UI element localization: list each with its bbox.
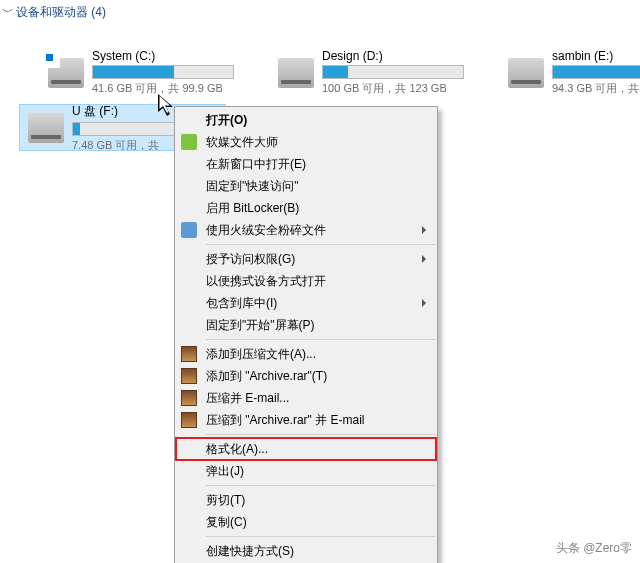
menu-item-label: 弹出(J) <box>206 463 244 480</box>
menu-item[interactable]: 启用 BitLocker(B) <box>176 197 436 219</box>
drive-capacity-bar <box>92 65 234 79</box>
rar-icon <box>181 412 197 428</box>
drive-capacity-bar <box>552 65 640 79</box>
menu-item[interactable]: 软媒文件大师 <box>176 131 436 153</box>
menu-item[interactable]: 添加到压缩文件(A)... <box>176 343 436 365</box>
rar-icon <box>181 346 197 362</box>
rar-icon <box>181 390 197 406</box>
menu-item[interactable]: 格式化(A)... <box>176 438 436 460</box>
menu-item[interactable]: 授予访问权限(G) <box>176 248 436 270</box>
submenu-arrow-icon <box>422 255 430 263</box>
menu-item[interactable]: 压缩到 "Archive.rar" 并 E-mail <box>176 409 436 431</box>
drive-icon <box>48 58 84 88</box>
menu-item[interactable]: 剪切(T) <box>176 489 436 511</box>
context-menu: 打开(O)软媒文件大师在新窗口中打开(E)固定到"快速访问"启用 BitLock… <box>174 106 438 563</box>
drive-capacity-bar <box>322 65 464 79</box>
chevron-down-icon: ﹀ <box>2 4 14 21</box>
drive-system-c-[interactable]: System (C:)41.6 GB 可用，共 99.9 GB <box>40 50 245 95</box>
menu-item[interactable]: 以便携式设备方式打开 <box>176 270 436 292</box>
drive-sambin-e-[interactable]: sambin (E:)94.3 GB 可用，共 465 GB <box>500 50 640 95</box>
drive-name: sambin (E:) <box>552 49 640 63</box>
menu-separator <box>206 244 435 245</box>
menu-item-label: 启用 BitLocker(B) <box>206 200 299 217</box>
drive-icon <box>508 58 544 88</box>
menu-item-label: 剪切(T) <box>206 492 245 509</box>
menu-item-label: 复制(C) <box>206 514 247 531</box>
menu-item[interactable]: 创建快捷方式(S) <box>176 540 436 562</box>
menu-item-label: 软媒文件大师 <box>206 134 278 151</box>
menu-item-label: 授予访问权限(G) <box>206 251 295 268</box>
section-header[interactable]: ﹀ 设备和驱动器 (4) <box>0 0 640 25</box>
drive-icon <box>28 113 64 143</box>
menu-item[interactable]: 添加到 "Archive.rar"(T) <box>176 365 436 387</box>
watermark: 头条 @Zero零 <box>556 540 632 557</box>
menu-item[interactable]: 打开(O) <box>176 109 436 131</box>
menu-item[interactable]: 使用火绒安全粉碎文件 <box>176 219 436 241</box>
menu-separator <box>206 536 435 537</box>
menu-item-label: 添加到压缩文件(A)... <box>206 346 316 363</box>
menu-item-label: 添加到 "Archive.rar"(T) <box>206 368 327 385</box>
section-title: 设备和驱动器 (4) <box>16 4 106 21</box>
drive-icon <box>278 58 314 88</box>
menu-item-label: 固定到"快速访问" <box>206 178 299 195</box>
drive-info: Design (D:)100 GB 可用，共 123 GB <box>322 49 475 96</box>
drive-info: System (C:)41.6 GB 可用，共 99.9 GB <box>92 49 245 96</box>
submenu-arrow-icon <box>422 226 430 234</box>
menu-item[interactable]: 固定到"快速访问" <box>176 175 436 197</box>
menu-item-label: 打开(O) <box>206 112 247 129</box>
drive-info: sambin (E:)94.3 GB 可用，共 465 GB <box>552 49 640 96</box>
drive-status: 94.3 GB 可用，共 465 GB <box>552 81 640 96</box>
drive-status: 100 GB 可用，共 123 GB <box>322 81 475 96</box>
menu-item[interactable]: 包含到库中(I) <box>176 292 436 314</box>
menu-item-label: 以便携式设备方式打开 <box>206 273 326 290</box>
rar-icon <box>181 368 197 384</box>
menu-item-label: 创建快捷方式(S) <box>206 543 294 560</box>
drive-design-d-[interactable]: Design (D:)100 GB 可用，共 123 GB <box>270 50 475 95</box>
menu-item-label: 固定到"开始"屏幕(P) <box>206 317 315 334</box>
menu-item[interactable]: 弹出(J) <box>176 460 436 482</box>
drive-name: Design (D:) <box>322 49 475 63</box>
drive-status: 41.6 GB 可用，共 99.9 GB <box>92 81 245 96</box>
drive-name: System (C:) <box>92 49 245 63</box>
menu-item[interactable]: 复制(C) <box>176 511 436 533</box>
menu-item-label: 压缩并 E-mail... <box>206 390 289 407</box>
shred-icon <box>181 222 197 238</box>
menu-item-label: 格式化(A)... <box>206 441 268 458</box>
menu-item[interactable]: 压缩并 E-mail... <box>176 387 436 409</box>
menu-item-label: 压缩到 "Archive.rar" 并 E-mail <box>206 412 365 429</box>
menu-item-label: 使用火绒安全粉碎文件 <box>206 222 326 239</box>
menu-separator <box>206 434 435 435</box>
menu-separator <box>206 485 435 486</box>
menu-separator <box>206 339 435 340</box>
submenu-arrow-icon <box>422 299 430 307</box>
menu-item[interactable]: 固定到"开始"屏幕(P) <box>176 314 436 336</box>
menu-item-label: 在新窗口中打开(E) <box>206 156 306 173</box>
soft-icon <box>181 134 197 150</box>
menu-item[interactable]: 在新窗口中打开(E) <box>176 153 436 175</box>
menu-item-label: 包含到库中(I) <box>206 295 277 312</box>
